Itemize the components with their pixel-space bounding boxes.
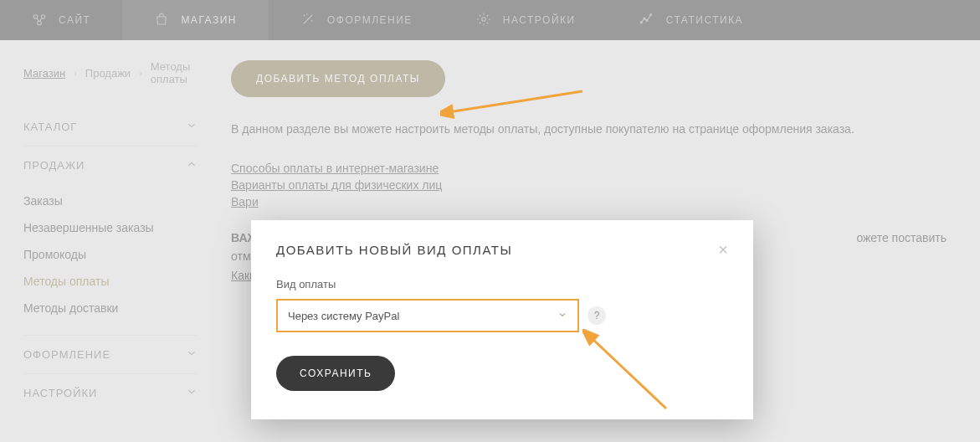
modal-title: ДОБАВИТЬ НОВЫЙ ВИД ОПЛАТЫ bbox=[276, 243, 512, 257]
chevron-down-icon bbox=[557, 310, 567, 322]
select-value: Через систему PayPal bbox=[288, 310, 399, 322]
payment-type-row: Через систему PayPal ? bbox=[276, 299, 728, 332]
help-icon[interactable]: ? bbox=[587, 306, 606, 325]
modal-header: ДОБАВИТЬ НОВЫЙ ВИД ОПЛАТЫ × bbox=[276, 240, 728, 260]
payment-type-select[interactable]: Через систему PayPal bbox=[276, 299, 579, 332]
save-button[interactable]: СОХРАНИТЬ bbox=[276, 356, 395, 391]
payment-type-label: Вид оплаты bbox=[276, 278, 728, 290]
close-icon[interactable]: × bbox=[718, 240, 728, 260]
add-payment-modal: ДОБАВИТЬ НОВЫЙ ВИД ОПЛАТЫ × Вид оплаты Ч… bbox=[251, 220, 753, 419]
